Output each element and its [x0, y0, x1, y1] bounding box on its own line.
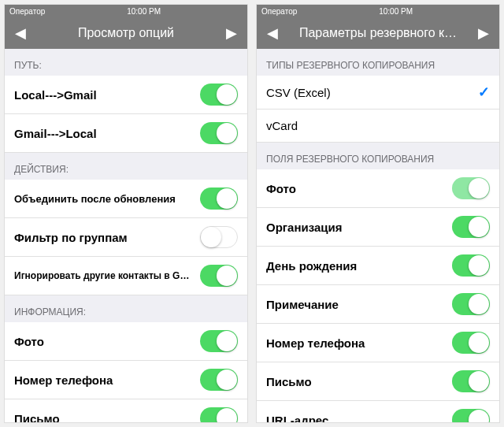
time-label: 10:00 PM	[379, 7, 413, 16]
row-photo[interactable]: Фото	[5, 322, 247, 361]
row-phone-number[interactable]: Номер телефона	[257, 324, 499, 362]
row-local-gmail[interactable]: Local--->Gmail	[5, 76, 247, 114]
nav-forward-icon[interactable]: ▶	[476, 24, 491, 42]
content: ПУТЬ: Local--->Gmail Gmail--->Local ДЕЙС…	[5, 49, 247, 422]
row-photo[interactable]: Фото	[257, 169, 499, 208]
row-email[interactable]: Письмо	[257, 362, 499, 401]
row-url[interactable]: URL-адрес	[257, 401, 499, 422]
toggle[interactable]	[452, 177, 490, 199]
nav-title: Просмотр опций	[28, 26, 224, 40]
nav-bar: ◀ Параметры резервного к… ▶	[257, 17, 499, 49]
row-label: Письмо	[266, 375, 452, 388]
nav-back-icon[interactable]: ◀	[265, 24, 280, 42]
row-gmail-local[interactable]: Gmail--->Local	[5, 114, 247, 153]
toggle[interactable]	[200, 369, 238, 391]
row-merge-after-update[interactable]: Объединить после обновления	[5, 180, 247, 218]
toggle[interactable]	[200, 265, 238, 287]
row-email[interactable]: Письмо	[5, 399, 247, 422]
row-label: Фото	[266, 182, 452, 195]
row-birthday[interactable]: День рождения	[257, 247, 499, 285]
toggle[interactable]	[452, 409, 490, 422]
toggle[interactable]	[452, 293, 490, 315]
row-ignore-other-contacts[interactable]: Игнорировать другие контакты в Gmail	[5, 257, 247, 295]
section-header-info: ИНФОРМАЦИЯ:	[5, 295, 247, 322]
row-label: Номер телефона	[14, 373, 200, 387]
row-label: Local--->Gmail	[14, 88, 200, 102]
row-label: День рождения	[266, 259, 452, 273]
time-label: 10:00 PM	[127, 7, 161, 16]
row-label: URL-адрес	[266, 414, 452, 423]
toggle[interactable]	[200, 407, 238, 422]
toggle[interactable]	[452, 216, 490, 238]
row-phone-number[interactable]: Номер телефона	[5, 361, 247, 399]
status-bar: Оператор 10:00 PM	[5, 5, 247, 17]
toggle[interactable]	[452, 370, 490, 392]
nav-back-icon[interactable]: ◀	[13, 24, 28, 42]
row-label: Организация	[266, 221, 452, 234]
row-label: Объединить после обновления	[14, 193, 200, 205]
status-bar: Оператор 10:00 PM	[257, 5, 499, 17]
content: ТИПЫ РЕЗЕРВНОГО КОПИРОВАНИЯ CSV (Excel) …	[257, 49, 499, 422]
right-phone: Оператор 10:00 PM ◀ Параметры резервного…	[256, 4, 500, 423]
row-label: CSV (Excel)	[266, 86, 478, 99]
left-phone: Оператор 10:00 PM ◀ Просмотр опций ▶ ПУТ…	[4, 4, 248, 423]
toggle[interactable]	[200, 330, 238, 352]
row-note[interactable]: Примечание	[257, 285, 499, 324]
section-header-types: ТИПЫ РЕЗЕРВНОГО КОПИРОВАНИЯ	[257, 49, 499, 76]
row-label: Фильтр по группам	[14, 231, 200, 244]
carrier-label: Оператор	[261, 7, 297, 16]
row-label: Письмо	[14, 412, 200, 423]
toggle[interactable]	[200, 84, 238, 106]
toggle[interactable]	[452, 332, 490, 354]
toggle[interactable]	[200, 226, 238, 248]
nav-bar: ◀ Просмотр опций ▶	[5, 17, 247, 49]
toggle[interactable]	[200, 188, 238, 210]
row-filter-groups[interactable]: Фильтр по группам	[5, 218, 247, 257]
row-label: Gmail--->Local	[14, 127, 200, 140]
section-header-actions: ДЕЙСТВИЯ:	[5, 153, 247, 180]
toggle[interactable]	[452, 254, 490, 277]
row-label: vCard	[266, 119, 490, 132]
checkmark-icon: ✓	[478, 84, 490, 101]
carrier-label: Оператор	[9, 7, 45, 16]
row-organization[interactable]: Организация	[257, 208, 499, 247]
toggle[interactable]	[200, 122, 238, 144]
row-label: Фото	[14, 335, 200, 348]
row-vcard[interactable]: vCard	[257, 110, 499, 143]
row-csv-excel[interactable]: CSV (Excel) ✓	[257, 76, 499, 110]
row-label: Номер телефона	[266, 336, 452, 350]
nav-title: Параметры резервного к…	[280, 26, 476, 40]
nav-forward-icon[interactable]: ▶	[224, 24, 239, 42]
section-header-fields: ПОЛЯ РЕЗЕРВНОГО КОПИРОВАНИЯ	[257, 143, 499, 169]
row-label: Примечание	[266, 298, 452, 311]
section-header-path: ПУТЬ:	[5, 49, 247, 76]
row-label: Игнорировать другие контакты в Gmail	[14, 270, 200, 281]
